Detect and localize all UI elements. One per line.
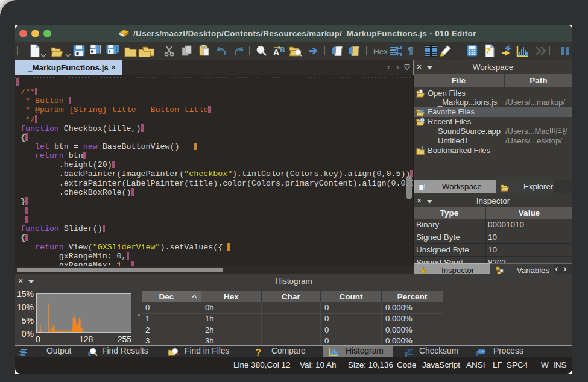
svg-text:?: ?: [255, 348, 261, 357]
svg-text:Hex: Hex: [373, 47, 388, 56]
svg-text:?: ?: [485, 46, 491, 55]
svg-text:Σ: Σ: [407, 348, 413, 357]
svg-text:¶: ¶: [408, 45, 413, 56]
svg-text:B: B: [280, 46, 285, 54]
